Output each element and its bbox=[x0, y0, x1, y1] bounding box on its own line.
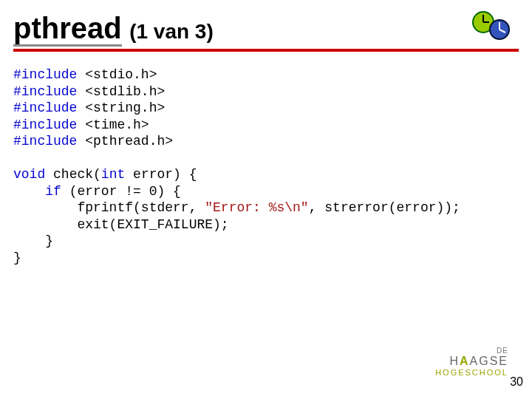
code-block: #include <stdio.h> #include <stdlib.h> #… bbox=[13, 66, 519, 266]
title-underline bbox=[13, 49, 519, 52]
logo-brand: HAAGSE bbox=[435, 355, 508, 368]
include-line: #include <pthread.h> bbox=[13, 134, 173, 149]
brace-line: } bbox=[13, 250, 21, 265]
brace-line: } bbox=[13, 233, 53, 248]
include-line: #include <string.h> bbox=[13, 100, 165, 115]
include-line: #include <stdlib.h> bbox=[13, 84, 165, 99]
title-sub: (1 van 3) bbox=[129, 20, 214, 43]
clock-icon bbox=[471, 10, 511, 46]
logo-line1: DE bbox=[435, 347, 508, 355]
fprintf-line: fprintf(stderr, "Error: %s\n", strerror(… bbox=[13, 200, 460, 215]
logo-line3: HOGESCHOOL bbox=[435, 368, 508, 377]
include-line: #include <stdio.h> bbox=[13, 67, 157, 82]
exit-line: exit(EXIT_FAILURE); bbox=[13, 217, 229, 232]
title-main: pthread bbox=[13, 12, 122, 47]
school-logo: DE HAAGSE HOGESCHOOL bbox=[435, 347, 508, 377]
slide: pthread (1 van 3) #include <stdio.h> #in… bbox=[0, 0, 532, 399]
title-bar: pthread (1 van 3) bbox=[13, 12, 519, 45]
if-line: if (error != 0) { bbox=[45, 184, 181, 199]
include-line: #include <time.h> bbox=[13, 117, 149, 132]
fn-sig: void check(int error) { bbox=[13, 167, 197, 182]
slide-number: 30 bbox=[510, 375, 523, 389]
